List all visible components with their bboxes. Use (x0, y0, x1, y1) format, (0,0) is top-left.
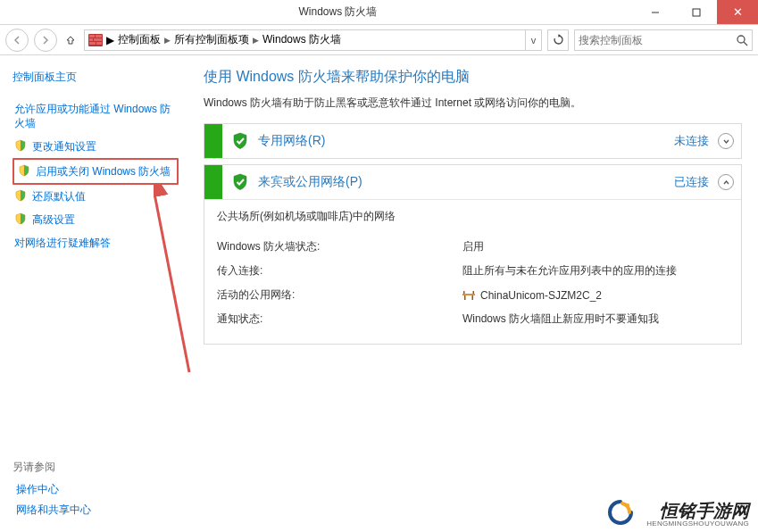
row-value: ChinaUnicom-SJZM2C_2 (462, 287, 729, 303)
table-row: Windows 防火墙状态: 启用 (217, 235, 729, 259)
bench-icon (462, 291, 475, 300)
window-title: Windows 防火墙 (41, 4, 635, 20)
network-status: 已连接 (674, 174, 709, 190)
main-content: 使用 Windows 防火墙来帮助保护你的电脑 Windows 防火墙有助于防止… (187, 55, 758, 532)
shield-icon (14, 189, 27, 202)
public-network-header[interactable]: 来宾或公用网络(P) 已连接 (204, 165, 741, 199)
shield-check-icon (231, 173, 249, 191)
svg-rect-4 (96, 35, 102, 37)
watermark: 恒铭手游网 HENGMINGSHOUYOUWANG (646, 501, 749, 528)
svg-rect-12 (464, 295, 466, 300)
row-key: 通知状态: (217, 312, 462, 327)
network-status: 未连接 (674, 133, 709, 149)
search-box[interactable] (574, 29, 753, 51)
sidebar-item-label: 还原默认值 (32, 189, 86, 204)
nav-forward-button[interactable] (34, 29, 57, 52)
svg-rect-11 (462, 294, 475, 295)
svg-point-9 (737, 36, 745, 43)
breadcrumb-dropdown-button[interactable]: v (525, 30, 541, 50)
svg-line-10 (744, 42, 747, 46)
row-value: Windows 防火墙阻止新应用时不要通知我 (462, 312, 729, 327)
network-name: 专用网络(R) (258, 133, 674, 149)
breadcrumb-sep: ▶ (106, 34, 114, 46)
sidebar-item-advanced-settings[interactable]: 高级设置 (12, 208, 179, 231)
table-row: 传入连接: 阻止所有与未在允许应用列表中的应用的连接 (217, 259, 729, 283)
table-row: 通知状态: Windows 防火墙阻止新应用时不要通知我 (217, 307, 729, 331)
minimize-button[interactable] (635, 0, 676, 24)
svg-rect-14 (463, 291, 465, 294)
watermark-logo (606, 498, 635, 527)
shield-icon (14, 139, 27, 152)
titlebar: Windows 防火墙 ✕ (0, 0, 758, 25)
network-subtitle: 公共场所(例如机场或咖啡店)中的网络 (217, 209, 729, 224)
see-also-network-sharing[interactable]: 网络和共享中心 (16, 503, 179, 518)
svg-rect-5 (89, 38, 93, 41)
row-key: Windows 防火墙状态: (217, 239, 462, 254)
breadcrumb-sep: ▶ (253, 36, 259, 45)
row-key: 传入连接: (217, 263, 462, 278)
sidebar-item-label: 启用或关闭 Windows 防火墙 (36, 164, 171, 179)
sidebar-item-label: 更改通知设置 (32, 139, 96, 154)
sidebar-item-label: 对网络进行疑难解答 (14, 236, 111, 250)
breadcrumb-seg[interactable]: 所有控制面板项 (174, 32, 249, 47)
window-controls: ✕ (635, 0, 758, 24)
breadcrumb: 控制面板 ▶ 所有控制面板项 ▶ Windows 防火墙 (118, 32, 341, 47)
private-network-header[interactable]: 专用网络(R) 未连接 (204, 124, 741, 158)
sidebar-item-toggle-firewall[interactable]: 启用或关闭 Windows 防火墙 (12, 158, 179, 185)
sidebar-item-change-notification[interactable]: 更改通知设置 (12, 135, 179, 158)
page-title: 使用 Windows 防火墙来帮助保护你的电脑 (204, 68, 742, 87)
table-row: 活动的公用网络: ChinaUnicom-SJZM2C_2 (217, 283, 729, 307)
public-network-section: 来宾或公用网络(P) 已连接 公共场所(例如机场或咖啡店)中的网络 Window… (204, 164, 742, 345)
sidebar-item-restore-defaults[interactable]: 还原默认值 (12, 185, 179, 208)
watermark-subtext: HENGMINGSHOUYOUWANG (646, 520, 749, 528)
refresh-button[interactable] (547, 29, 569, 51)
firewall-icon (88, 34, 103, 46)
shield-check-icon (231, 132, 249, 150)
svg-rect-15 (473, 291, 475, 294)
breadcrumb-bar[interactable]: ▶ 控制面板 ▶ 所有控制面板项 ▶ Windows 防火墙 v (84, 29, 542, 51)
chevron-up-icon[interactable] (718, 174, 734, 190)
row-key: 活动的公用网络: (217, 287, 462, 303)
svg-rect-6 (94, 38, 102, 41)
row-value: 阻止所有与未在允许应用列表中的应用的连接 (462, 263, 729, 278)
watermark-text: 恒铭手游网 (646, 501, 749, 520)
search-input[interactable] (579, 34, 736, 46)
navbar: ▶ 控制面板 ▶ 所有控制面板项 ▶ Windows 防火墙 v (0, 25, 758, 55)
see-also-section: 另请参阅 操作中心 网络和共享中心 (12, 447, 179, 523)
network-name: 来宾或公用网络(P) (258, 174, 674, 190)
shield-icon (18, 164, 30, 177)
sidebar-item-label: 高级设置 (32, 212, 75, 227)
svg-rect-13 (472, 295, 474, 300)
svg-rect-1 (693, 9, 700, 16)
public-network-details: 公共场所(例如机场或咖啡店)中的网络 Windows 防火墙状态: 启用 传入连… (204, 199, 741, 344)
status-stripe (204, 124, 222, 158)
sidebar-item-troubleshoot[interactable]: 对网络进行疑难解答 (12, 231, 179, 254)
see-also-label: 另请参阅 (12, 460, 179, 475)
nav-back-button[interactable] (5, 29, 29, 52)
status-stripe (204, 165, 222, 199)
control-panel-home-link[interactable]: 控制面板主页 (12, 70, 179, 85)
svg-point-17 (626, 503, 629, 507)
svg-rect-8 (96, 42, 102, 45)
breadcrumb-seg[interactable]: Windows 防火墙 (262, 32, 341, 47)
maximize-button[interactable] (676, 0, 717, 24)
close-button[interactable]: ✕ (717, 0, 758, 24)
sidebar-item-label: 允许应用或功能通过 Windows 防火墙 (14, 102, 177, 130)
breadcrumb-seg[interactable]: 控制面板 (118, 32, 161, 47)
row-value-text: ChinaUnicom-SJZM2C_2 (480, 289, 602, 302)
svg-rect-3 (89, 35, 95, 37)
private-network-section: 专用网络(R) 未连接 (204, 123, 742, 159)
svg-rect-7 (89, 42, 96, 45)
shield-icon (14, 212, 27, 225)
row-value: 启用 (462, 239, 729, 254)
nav-up-button[interactable] (62, 32, 79, 48)
sidebar: 控制面板主页 允许应用或功能通过 Windows 防火墙 更改通知设置 启用或关… (0, 55, 187, 532)
search-icon (736, 34, 748, 46)
chevron-down-icon[interactable] (718, 133, 734, 149)
sidebar-item-allow-app[interactable]: 允许应用或功能通过 Windows 防火墙 (12, 97, 179, 135)
see-also-action-center[interactable]: 操作中心 (16, 482, 179, 497)
breadcrumb-sep: ▶ (164, 36, 171, 45)
page-description: Windows 防火墙有助于防止黑客或恶意软件通过 Internet 或网络访问… (204, 96, 742, 111)
